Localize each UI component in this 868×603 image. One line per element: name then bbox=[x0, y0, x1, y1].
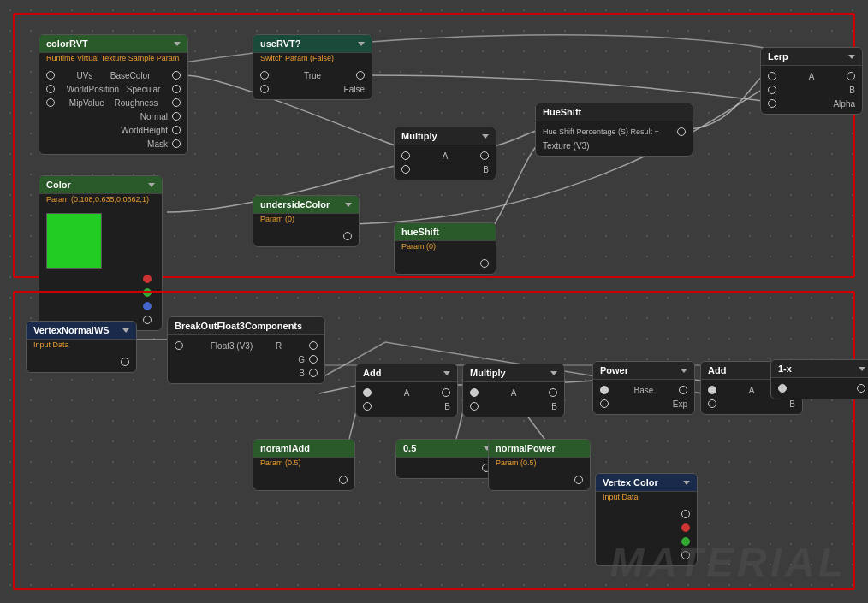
pin-normalAdd-out bbox=[339, 476, 348, 484]
multiply1-node[interactable]: Multiply A B bbox=[394, 127, 496, 180]
hueShiftParam-node[interactable]: hueShift Param (0) bbox=[394, 222, 496, 275]
pin-uvs-in bbox=[46, 71, 55, 80]
add1-node[interactable]: Add A B bbox=[355, 364, 458, 417]
hueShift-row-result: Hue Shift Percentage (S) Result = bbox=[536, 125, 693, 139]
undersideColor-node[interactable]: undersideColor Param (0) bbox=[253, 195, 360, 247]
pin-mult2-b-in bbox=[470, 402, 479, 411]
colorRVT-subtitle: Runtime Virtual Texture Sample Param bbox=[39, 53, 187, 65]
colorRVT-header: colorRVT bbox=[39, 35, 187, 53]
useRVT-dropdown-icon[interactable] bbox=[358, 42, 365, 46]
oneMinusX-title: 1-x bbox=[778, 364, 792, 374]
colorRVT-dropdown-icon[interactable] bbox=[174, 42, 181, 46]
lerp-node[interactable]: Lerp A B Alpha bbox=[760, 47, 863, 115]
pin-add1-out bbox=[442, 388, 450, 397]
color-title: Color bbox=[46, 180, 71, 190]
breakOut-header: BreakOutFloat3Components bbox=[168, 317, 324, 335]
vertexColor-dropdown-icon[interactable] bbox=[683, 481, 690, 485]
multiply2-title: Multiply bbox=[470, 368, 506, 378]
colorRVT-row-uvs: UVs BaseColor bbox=[39, 68, 187, 82]
undersideColor-body bbox=[253, 226, 359, 246]
multiply2-dropdown-icon[interactable] bbox=[550, 371, 557, 375]
colorRVT-node[interactable]: colorRVT Runtime Virtual Texture Sample … bbox=[39, 34, 188, 155]
add1-header: Add bbox=[356, 364, 457, 382]
power-node[interactable]: Power Base Exp bbox=[592, 361, 695, 415]
power-dropdown-icon[interactable] bbox=[681, 369, 687, 373]
pin-mult1-out bbox=[480, 151, 489, 160]
multiply2-node[interactable]: Multiply A B bbox=[462, 364, 565, 417]
multiply1-dropdown-icon[interactable] bbox=[482, 134, 489, 139]
pin-oneminus-out bbox=[857, 384, 865, 393]
breakOut-node[interactable]: BreakOutFloat3Components Float3 (V3) R G… bbox=[167, 316, 325, 384]
pin-vc-rgb-out bbox=[681, 510, 690, 518]
pin-true-out bbox=[356, 71, 365, 80]
pin-add1-b-in bbox=[363, 402, 372, 411]
normalAdd-subtitle: Param (0.5) bbox=[253, 458, 354, 470]
colorRVT-row-mip: MipValue Roughness bbox=[39, 96, 187, 109]
pin-lerp-out bbox=[847, 72, 855, 80]
hueShift-node[interactable]: HueShift Hue Shift Percentage (S) Result… bbox=[535, 103, 693, 157]
power-row-base: Base bbox=[593, 383, 694, 397]
pin-color-r bbox=[143, 275, 152, 283]
vertexNormalWS-dropdown-icon[interactable] bbox=[122, 328, 129, 333]
pin-hueShiftParam-out bbox=[480, 259, 489, 268]
pin-vc-r-out bbox=[681, 523, 690, 532]
normalAdd-node[interactable]: noramlAdd Param (0.5) bbox=[253, 439, 355, 491]
oneMinusX-node[interactable]: 1-x bbox=[770, 359, 868, 399]
oneMinusX-dropdown-icon[interactable] bbox=[859, 367, 865, 371]
pin-mult2-a-in bbox=[470, 388, 479, 397]
normalPower-body bbox=[489, 470, 590, 490]
node-canvas: colorRVT Runtime Virtual Texture Sample … bbox=[0, 0, 868, 603]
vertexColor-subtitle: Input Data bbox=[596, 492, 697, 504]
pin-false-in bbox=[260, 85, 269, 93]
vertexColor-title: Vertex Color bbox=[603, 477, 658, 488]
undersideColor-header: undersideColor bbox=[253, 196, 359, 214]
normalPower-node[interactable]: normalPower Param (0.5) bbox=[488, 439, 591, 491]
add1-dropdown-icon[interactable] bbox=[443, 371, 450, 375]
breakOut-row-b: B bbox=[168, 366, 324, 380]
pin-true-in bbox=[260, 71, 269, 80]
useRVT-node[interactable]: useRVT? Switch Param (False) True False bbox=[253, 34, 372, 100]
pin-hueshift-result-out bbox=[677, 127, 686, 136]
add2-title: Add bbox=[708, 365, 726, 375]
pin-roughness-out bbox=[172, 98, 181, 107]
mult1-row-a: A bbox=[395, 149, 496, 163]
pin-normal-out bbox=[172, 112, 181, 121]
vertexColor-header: Vertex Color bbox=[596, 474, 697, 492]
oneMinusX-body bbox=[771, 378, 868, 399]
val05-header: 0.5 bbox=[396, 440, 497, 458]
multiply1-title: Multiply bbox=[401, 131, 437, 141]
hueShift-row-texture: Texture (V3) bbox=[536, 139, 693, 152]
hueShift-body: Hue Shift Percentage (S) Result = Textur… bbox=[536, 121, 693, 156]
color-dropdown-icon[interactable] bbox=[148, 183, 155, 187]
breakOut-title: BreakOutFloat3Components bbox=[175, 321, 302, 331]
pin-breakout-b-out bbox=[309, 369, 318, 377]
lerp-header: Lerp bbox=[761, 48, 862, 66]
undersideColor-dropdown-icon[interactable] bbox=[345, 203, 352, 207]
hueShiftParam-body bbox=[395, 253, 496, 274]
useRVT-subtitle: Switch Param (False) bbox=[253, 53, 372, 65]
hueShift-header: HueShift bbox=[536, 103, 693, 121]
lerp-row-a: A bbox=[761, 69, 862, 83]
multiply2-body: A B bbox=[463, 382, 564, 417]
undersideColor-title: undersideColor bbox=[260, 199, 330, 210]
colorRVT-body: UVs BaseColor WorldPosition Specular Mip… bbox=[39, 65, 187, 154]
pin-underside-out bbox=[343, 232, 352, 240]
pin-basecolor-out bbox=[172, 71, 181, 80]
pin-vnws-out bbox=[121, 358, 129, 366]
val05-node[interactable]: 0.5 bbox=[395, 439, 498, 479]
pin-lerp-a-in bbox=[768, 72, 776, 80]
normalAdd-title: noramlAdd bbox=[260, 443, 310, 453]
normalPower-title: normalPower bbox=[496, 443, 556, 453]
normalPower-header: normalPower bbox=[489, 440, 590, 458]
vertexNormalWS-node[interactable]: VertexNormalWS Input Data bbox=[26, 321, 137, 373]
useRVT-title: useRVT? bbox=[260, 38, 300, 49]
mult1-row-b: B bbox=[395, 163, 496, 176]
lerp-dropdown-icon[interactable] bbox=[848, 55, 855, 59]
add1-row-b: B bbox=[356, 399, 457, 413]
pin-mult1-a-in bbox=[401, 151, 410, 160]
breakOut-body: Float3 (V3) R G B bbox=[168, 335, 324, 383]
vertexNormalWS-title: VertexNormalWS bbox=[33, 325, 110, 335]
color-subtitle: Param (0.108,0.635,0.0662,1) bbox=[39, 194, 162, 206]
color-header: Color bbox=[39, 176, 162, 194]
vertexNormalWS-header: VertexNormalWS bbox=[27, 322, 136, 340]
